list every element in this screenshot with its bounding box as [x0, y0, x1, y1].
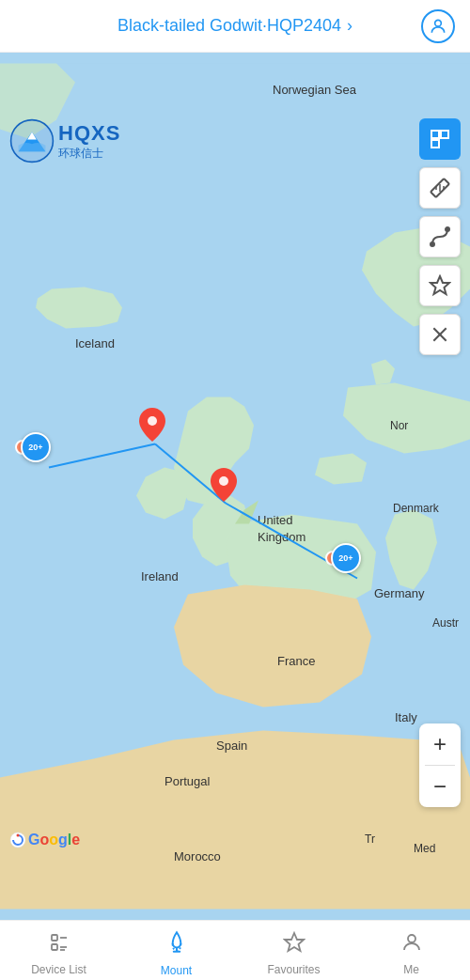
zoom-controls: + − — [419, 723, 461, 807]
title-text: Black-tailed Godwit·HQP2404 — [118, 16, 341, 36]
svg-rect-24 — [52, 944, 57, 950]
svg-rect-23 — [52, 935, 57, 941]
svg-marker-16 — [431, 276, 449, 294]
logo: HQXS 环球信士 — [9, 118, 120, 163]
google-icon — [9, 832, 26, 848]
chevron-icon: › — [347, 16, 352, 36]
logo-text: HQXS 环球信士 — [58, 121, 120, 162]
svg-point-19 — [148, 416, 157, 426]
svg-rect-9 — [431, 140, 439, 148]
nav-mount-label: Mount — [161, 964, 192, 977]
ruler-button[interactable] — [419, 167, 461, 209]
nav-mount[interactable]: Mount — [118, 925, 235, 977]
star-button[interactable] — [419, 265, 461, 306]
layers-button[interactable] — [419, 118, 461, 160]
google-logo: Google — [9, 832, 80, 848]
bottom-nav: Device List Mount Favourites — [0, 920, 470, 980]
mount-icon — [164, 930, 189, 960]
svg-point-14 — [431, 242, 434, 246]
device-list-icon — [48, 931, 70, 959]
marker-pin-1[interactable] — [139, 408, 165, 442]
zoom-in-button[interactable]: + — [419, 723, 461, 765]
svg-marker-28 — [285, 933, 304, 951]
favourites-icon — [283, 931, 306, 959]
cluster-germany[interactable]: 20+ — [331, 551, 340, 566]
profile-button[interactable] — [421, 9, 455, 43]
cluster-badge-germany: 20+ — [331, 543, 361, 573]
nav-me[interactable]: Me — [352, 926, 470, 976]
nav-favourites[interactable]: Favourites — [235, 926, 352, 976]
svg-point-15 — [446, 227, 449, 231]
nav-favourites-label: Favourites — [267, 963, 320, 976]
cluster-badge-iceland: 20+ — [21, 432, 51, 462]
logo-icon — [9, 118, 55, 163]
svg-point-0 — [435, 20, 442, 26]
top-bar: Black-tailed Godwit·HQP2404 › — [0, 0, 470, 53]
nav-me-label: Me — [403, 963, 419, 976]
svg-point-22 — [17, 834, 20, 837]
marker-pin-2[interactable] — [211, 468, 237, 502]
close-button[interactable] — [419, 314, 461, 355]
svg-rect-7 — [431, 131, 439, 138]
nav-device-list[interactable]: Device List — [0, 926, 118, 976]
path-button[interactable] — [419, 216, 461, 257]
right-toolbar — [419, 118, 461, 355]
me-icon — [400, 931, 423, 959]
zoom-out-button[interactable]: − — [419, 766, 461, 807]
map-container[interactable]: HQXS 环球信士 — [0, 53, 470, 920]
nav-device-list-label: Device List — [31, 963, 86, 976]
svg-rect-8 — [441, 131, 448, 138]
cluster-iceland[interactable]: 20+ — [21, 440, 30, 455]
top-bar-title[interactable]: Black-tailed Godwit·HQP2404 › — [118, 16, 352, 36]
svg-point-29 — [408, 935, 415, 942]
svg-point-20 — [219, 476, 228, 486]
